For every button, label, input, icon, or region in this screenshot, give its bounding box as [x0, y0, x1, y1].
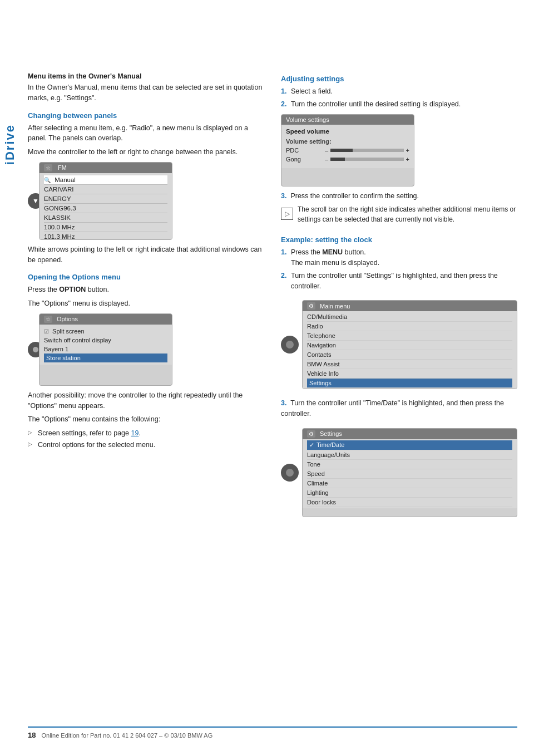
options-row-bayern: Bayern 1 — [44, 345, 167, 354]
fm-row-100: 100.0 MHz — [44, 223, 167, 232]
fm-screen-body: 🔍 Manual CARIVARI ENERGY GONG96.3 KLASSI… — [39, 173, 172, 240]
options-screenshot: ☆ Options ☑ Split screen Switch off cont… — [39, 313, 172, 386]
section-menu-items-body: In the Owner's Manual, menu items that c… — [28, 82, 264, 104]
adjust-step3: 3. Press the controller to confirm the s… — [281, 191, 517, 202]
fm-row-manual: 🔍 Manual — [44, 175, 167, 185]
settings-row-lighting: Lighting — [307, 488, 512, 498]
main-menu-screenshot: ⚙ Main menu CD/Multimedia Radio Telephon… — [302, 300, 517, 389]
menu-bold: MENU — [322, 248, 343, 256]
fm-row-klassik: KLASSIK — [44, 213, 167, 223]
options-bullet-list: Screen settings, refer to page 19. Contr… — [28, 428, 264, 450]
settings-row-language: Language/Units — [307, 450, 512, 460]
settings-row-climate: Climate — [307, 479, 512, 488]
menu-row-telephone: Telephone — [307, 331, 512, 341]
volume-screen-body: Speed volume Volume setting: PDC – + Gon… — [281, 125, 414, 168]
adjusting-steps-list: 1. Select a field. 2. Turn the controlle… — [281, 86, 517, 110]
arrow-down-icon: ▼ — [32, 197, 39, 205]
footer-page-number: 18 — [28, 731, 36, 739]
options-menu-body1: Press the OPTION button. — [28, 284, 264, 295]
volume-screen-header: Volume settings — [281, 115, 414, 125]
vol-bar-gong — [330, 158, 403, 161]
section-changing-panels-title: Changing between panels — [28, 111, 264, 120]
settings-menu-wrapper: ⚙ Settings ✓Time/Date Language/Units Ton… — [281, 424, 517, 522]
settings-row-doorlocks: Door locks — [307, 498, 512, 507]
settings-screenshot: ⚙ Settings ✓Time/Date Language/Units Ton… — [302, 428, 517, 517]
changing-panels-body1: After selecting a menu item, e.g. "Radio… — [28, 123, 264, 144]
fm-screenshot: ☆ FM 🔍 Manual CARIVARI ENERGY GONG96.3 K… — [39, 162, 172, 240]
settings-icon: ⚙ — [307, 430, 315, 438]
adjust-step-2: 2. Turn the controller until the desired… — [281, 99, 517, 110]
fm-row-101: 101.3 MHz — [44, 232, 167, 240]
page-link-19[interactable]: 19 — [131, 429, 139, 437]
settings-row-speed: Speed — [307, 469, 512, 479]
scroll-indicator-icon: ▷ — [281, 208, 293, 220]
section-options-menu-title: Opening the Options menu — [28, 273, 264, 281]
bullet-item-control-options: Control options for the selected menu. — [28, 440, 264, 450]
section-menu-items-title: Menu items in the Owner's Manual — [28, 72, 264, 80]
step-num-1: 1. — [281, 86, 286, 97]
options-icon: ☆ — [44, 316, 52, 323]
section-clock-title: Example: setting the clock — [281, 235, 517, 244]
clock-steps-list: 1. Press the MENU button. The main menu … — [281, 247, 517, 291]
volume-title: Speed volume — [286, 128, 409, 135]
clock-step1-sub: The main menu is displayed. — [291, 259, 379, 267]
fm-row-energy: ENERGY — [44, 194, 167, 204]
fm-row-carivari: CARIVARI — [44, 185, 167, 194]
fm-icon: ☆ — [44, 164, 52, 171]
vol-minus-gong: – — [325, 156, 328, 163]
scroll-note-wrapper: ▷ The scroll bar on the right side indic… — [281, 204, 517, 228]
menu-row-radio: Radio — [307, 322, 512, 331]
options-row-split: ☑ Split screen — [44, 327, 167, 336]
main-menu-header: ⚙ Main menu — [303, 301, 517, 311]
footer-text: Online Edition for Part no. 01 41 2 604 … — [41, 732, 212, 739]
sidebar-label: iDrive — [0, 89, 20, 200]
volume-screenshot: Volume settings Speed volume Volume sett… — [281, 114, 414, 186]
options-screen-header: ☆ Options — [39, 314, 172, 325]
settings-row-tone: Tone — [307, 460, 512, 469]
fm-screenshot-wrapper: ▼ ☆ FM 🔍 Manual CARIVARI ENERGY GONG96.3… — [28, 162, 264, 240]
options-menu-body3: Another possibility: move the controller… — [28, 390, 264, 411]
clock-step3: 3. Turn the controller until "Time/Date"… — [281, 398, 517, 419]
options-menu-body2: The "Options" menu is displayed. — [28, 298, 264, 309]
controller-inner — [286, 341, 294, 348]
vol-plus-gong: + — [406, 156, 409, 163]
main-menu-body: CD/Multimedia Radio Telephone Navigation… — [303, 311, 517, 389]
step-num-3b-label: 3. — [281, 399, 286, 407]
vol-row-pdc: PDC – + — [286, 147, 409, 154]
options-row-store: Store station — [44, 354, 167, 362]
changing-panels-caption: White arrows pointing to the left or rig… — [28, 244, 264, 266]
volume-setting-label: Volume setting: — [286, 138, 409, 145]
left-column: Menu items in the Owner's Manual In the … — [28, 67, 264, 526]
bullet-item-screen-settings: Screen settings, refer to page 19. — [28, 428, 264, 439]
main-content: Menu items in the Owner's Manual In the … — [28, 67, 517, 526]
clock-step-2: 2. Turn the controller until "Settings" … — [281, 271, 517, 292]
options-menu-body4: The "Options" menu contains the followin… — [28, 414, 264, 425]
main-menu-wrapper: ⚙ Main menu CD/Multimedia Radio Telephon… — [281, 296, 517, 394]
menu-row-navigation: Navigation — [307, 341, 512, 350]
menu-row-settings: Settings — [307, 379, 512, 388]
scroll-note-text: The scroll bar on the right side indicat… — [298, 204, 517, 224]
adjust-step-1: 1. Select a field. — [281, 86, 517, 97]
options-row-switch: Switch off control display — [44, 336, 167, 345]
menu-row-contacts: Contacts — [307, 350, 512, 360]
section-adjusting-settings-title: Adjusting settings — [281, 75, 517, 83]
settings-screen-header: ⚙ Settings — [303, 429, 517, 439]
vol-row-gong: Gong – + — [286, 156, 409, 163]
changing-panels-body2: Move the controller to the left or right… — [28, 147, 264, 158]
settings-controller — [281, 464, 299, 482]
vol-fill-pdc — [330, 149, 352, 152]
clock-step-1: 1. Press the MENU button. The main menu … — [281, 247, 517, 268]
vol-minus-pdc: – — [325, 147, 328, 154]
step-num-3-label: 3. — [281, 192, 286, 200]
settings-screen-body: ✓Time/Date Language/Units Tone Speed Cli… — [303, 439, 517, 508]
settings-row-timedate: ✓Time/Date — [307, 440, 512, 450]
right-column: Adjusting settings 1. Select a field. 2.… — [281, 67, 517, 526]
vol-label-gong: Gong — [286, 156, 325, 163]
vol-label-pdc: PDC — [286, 147, 325, 154]
checkmark-icon: ✓ — [309, 441, 314, 448]
controller-dot — [33, 347, 38, 352]
vol-plus-pdc: + — [406, 147, 409, 154]
vol-fill-gong — [330, 158, 345, 161]
options-screen-body: ☑ Split screen Switch off control displa… — [39, 325, 172, 365]
menu-row-cd: CD/Multimedia — [307, 312, 512, 322]
